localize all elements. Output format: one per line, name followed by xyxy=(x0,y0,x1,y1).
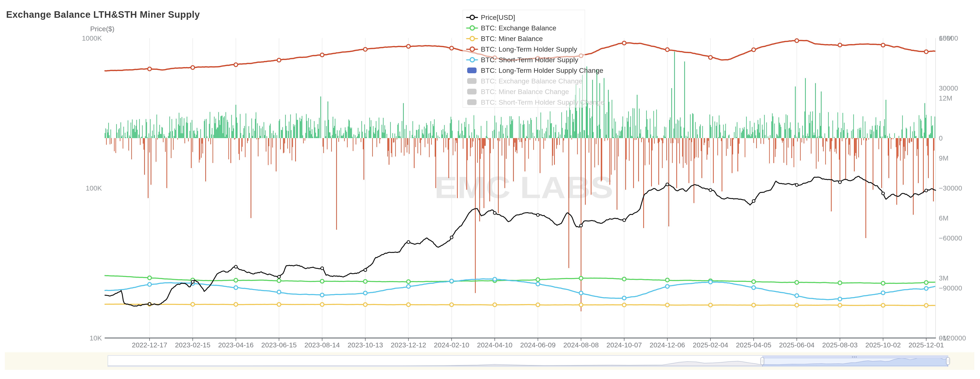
legend-item-label: BTC: Long-Term Holder Supply Change xyxy=(481,67,603,74)
legend-rect-icon xyxy=(466,99,478,105)
legend-item-7[interactable]: BTC: Miner Balance Change xyxy=(466,86,585,97)
datazoom-right-handle[interactable] xyxy=(946,357,950,365)
y-axis-right-change-tick: 0 xyxy=(939,134,980,142)
legend-item-label: BTC: Miner Balance xyxy=(481,35,543,43)
legend-item-label: Price[USD] xyxy=(481,13,515,21)
legend-line-icon xyxy=(466,57,478,63)
legend-item-6[interactable]: BTC: Exchange Balance Change xyxy=(466,76,585,86)
y-axis-right-supply-tick: 6M xyxy=(939,214,980,222)
legend-item-0[interactable]: Price[USD] xyxy=(466,12,585,22)
legend-rect-icon xyxy=(466,67,478,74)
legend-item-5[interactable]: BTC: Long-Term Holder Supply Change xyxy=(466,65,585,76)
legend-item-label: BTC: Exchange Balance xyxy=(481,24,556,32)
y-axis-right-change-tick: 30000 xyxy=(939,84,980,92)
y-axis-right-supply-tick: 0M xyxy=(939,334,980,342)
chart-title: Exchange Balance LTH&STH Miner Supply xyxy=(6,9,200,20)
y-axis-right-change-tick: −60000 xyxy=(939,234,980,242)
legend-item-label: BTC: Miner Balance Change xyxy=(481,88,569,96)
y-axis-left-tick: 100K xyxy=(65,184,102,192)
legend-rect-icon xyxy=(466,78,478,84)
page-root: { "watermark": "EMC LABS", "ui": { "titl… xyxy=(0,0,980,379)
legend-item-label: BTC: Long-Term Holder Supply xyxy=(481,45,577,53)
legend-item-4[interactable]: BTC: Short-Term Holder Supply xyxy=(466,54,585,65)
y-axis-left-tick: 1000K xyxy=(65,34,102,42)
legend-item-2[interactable]: BTC: Miner Balance xyxy=(466,33,585,44)
y-axis-right-change-tick: −30000 xyxy=(939,184,980,192)
legend-line-icon xyxy=(466,25,478,31)
x-axis-tick-label: 2025-12-01 xyxy=(900,341,953,349)
legend-item-8[interactable]: BTC: Short-Term Holder Supply Change xyxy=(466,97,585,107)
legend-item-3[interactable]: BTC: Long-Term Holder Supply xyxy=(466,44,585,54)
datazoom-left-handle[interactable] xyxy=(760,357,764,365)
datazoom-grip-icon[interactable] xyxy=(852,356,859,358)
legend-rect-icon xyxy=(466,88,478,94)
legend-line-icon xyxy=(466,46,478,52)
legend: Price[USD]BTC: Exchange BalanceBTC: Mine… xyxy=(463,10,585,108)
y-axis-right-supply-tick: 12M xyxy=(939,94,980,102)
legend-line-icon xyxy=(466,35,478,42)
y-axis-name: Price($) xyxy=(80,25,125,33)
y-axis-right-supply-tick: 15M xyxy=(939,34,980,42)
y-axis-right-change-tick: −90000 xyxy=(939,284,980,292)
legend-line-icon xyxy=(466,14,478,21)
legend-item-label: BTC: Exchange Balance Change xyxy=(481,77,582,85)
y-axis-right-supply-tick: 3M xyxy=(939,274,980,282)
y-axis-left-tick: 10K xyxy=(65,334,102,342)
legend-item-label: BTC: Short-Term Holder Supply Change xyxy=(481,98,605,106)
y-axis-right-supply-tick: 9M xyxy=(939,154,980,162)
legend-item-label: BTC: Short-Term Holder Supply xyxy=(481,56,578,64)
legend-item-1[interactable]: BTC: Exchange Balance xyxy=(466,22,585,33)
